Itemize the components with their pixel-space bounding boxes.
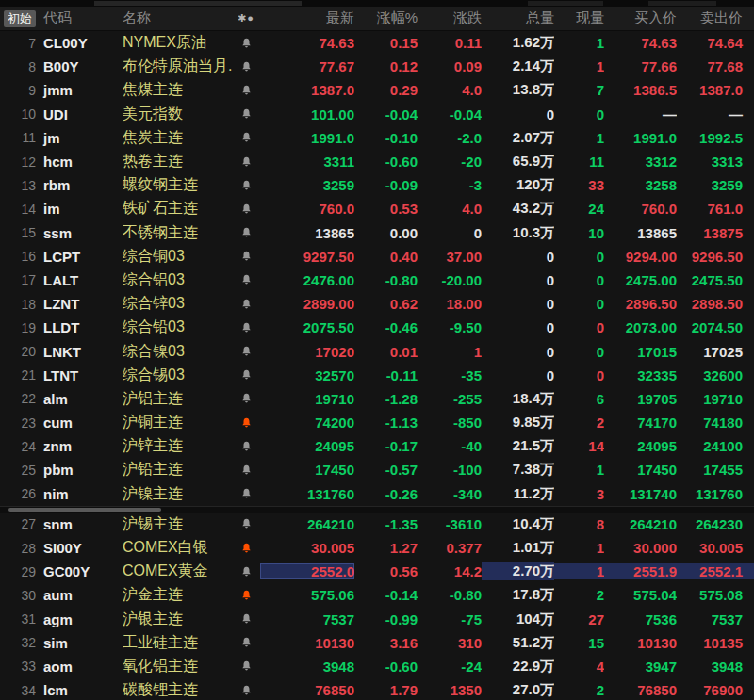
table-row[interactable]: 21 LTNT 综合锡03 32570 -0.11 -35 0 0 32335 … xyxy=(0,364,754,387)
symbol-name: 沪锡主连 xyxy=(123,514,232,534)
latest-price: 131760 xyxy=(260,486,354,502)
table-row[interactable]: 16 LCPT 综合铜03 9297.50 0.40 37.00 0 0 929… xyxy=(0,245,754,269)
col-header-current-volume[interactable]: 现量 xyxy=(554,9,604,27)
table-row[interactable]: 7 CL00Y NYMEX原油 74.63 0.15 0.11 1.62万 1 … xyxy=(0,31,754,55)
alert-bell-icon[interactable] xyxy=(232,84,260,97)
alert-bell-icon[interactable] xyxy=(232,684,260,697)
bid-price: 1991.0 xyxy=(604,130,677,146)
table-row[interactable]: 34 lcm 碳酸锂主连 76850 1.79 1350 27.0万 2 768… xyxy=(0,678,754,700)
current-volume: 1 xyxy=(554,130,604,146)
table-row[interactable]: 23 cum 沪铜主连 74200 -1.13 -850 9.85万 2 741… xyxy=(0,411,754,434)
alert-bell-icon[interactable] xyxy=(232,636,260,649)
col-header-alert[interactable]: ✱● xyxy=(232,12,260,24)
table-row[interactable]: 28 SI00Y COMEX白银 30.005 1.27 0.377 1.01万… xyxy=(0,536,754,560)
symbol-name: 焦炭主连 xyxy=(123,128,232,148)
col-header-change-percent[interactable]: 涨幅% xyxy=(354,9,418,27)
col-header-change[interactable]: 涨跌 xyxy=(418,9,482,27)
alert-bell-icon[interactable] xyxy=(232,60,260,73)
alert-bell-icon[interactable] xyxy=(232,392,260,405)
table-row[interactable]: 8 B00Y 布伦特原油当月... 77.67 0.12 0.09 2.14万 … xyxy=(0,55,754,78)
table-row[interactable]: 10 UDI 美元指数 101.00 -0.04 -0.04 0 0 — — xyxy=(0,103,754,126)
table-row[interactable]: 25 pbm 沪铅主连 17450 -0.57 -100 7.38万 1 174… xyxy=(0,458,754,481)
alert-bell-icon[interactable] xyxy=(232,179,260,192)
table-row[interactable]: 32 sim 工业硅主连 10130 3.16 310 51.2万 15 101… xyxy=(0,631,754,655)
table-row[interactable]: 27 snm 沪锡主连 264210 -1.35 -3610 10.4万 8 2… xyxy=(0,513,754,536)
col-header-total-volume[interactable]: 总量 xyxy=(482,9,554,27)
table-row[interactable]: 17 LALT 综合铝03 2476.00 -0.80 -20.00 0 0 2… xyxy=(0,269,754,292)
change-value: -2.0 xyxy=(418,130,482,146)
symbol-code: pbm xyxy=(36,462,123,478)
table-row[interactable]: 9 jmm 焦煤主连 1387.0 0.29 4.0 13.8万 7 1386.… xyxy=(0,78,754,102)
total-volume: 65.9万 xyxy=(482,153,554,171)
table-row[interactable]: 22 alm 沪铝主连 19710 -1.28 -255 18.4万 6 197… xyxy=(0,387,754,411)
table-row[interactable]: 12 hcm 热卷主连 3311 -0.60 -20 65.9万 11 3312… xyxy=(0,150,754,173)
current-volume: 6 xyxy=(554,391,604,407)
horizontal-scrollbar-thumb[interactable] xyxy=(8,508,161,512)
latest-price: 575.06 xyxy=(260,587,354,603)
row-number: 13 xyxy=(0,178,36,193)
alert-bell-icon[interactable] xyxy=(232,131,260,144)
current-volume: 8 xyxy=(554,516,604,532)
alert-bell-icon[interactable] xyxy=(232,416,260,430)
row-number: 33 xyxy=(0,659,36,674)
ask-price: 2074.50 xyxy=(677,319,754,335)
alert-bell-icon[interactable] xyxy=(232,321,260,334)
symbol-code: ssm xyxy=(36,225,123,241)
bid-price: 575.04 xyxy=(604,587,677,603)
col-header-code[interactable]: 代码 xyxy=(36,9,123,27)
alert-bell-icon[interactable] xyxy=(232,565,260,578)
table-row[interactable]: 15 ssm 不锈钢主连 13865 0.00 0 10.3万 10 13865… xyxy=(0,221,754,245)
alert-bell-icon[interactable] xyxy=(232,203,260,216)
alert-bell-icon[interactable] xyxy=(232,464,260,477)
bid-price: 1386.5 xyxy=(604,82,677,98)
table-row[interactable]: 18 LZNT 综合锌03 2899.00 0.62 18.00 0 0 289… xyxy=(0,292,754,316)
alert-bell-icon[interactable] xyxy=(232,155,260,169)
alert-bell-icon[interactable] xyxy=(232,659,260,673)
ask-price: 9296.50 xyxy=(677,249,754,265)
change-percent: -0.04 xyxy=(354,106,418,122)
table-row[interactable]: 29 GC00Y COMEX黄金 2552.0 0.56 14.2 2.70万 … xyxy=(0,560,754,583)
table-row[interactable]: 31 agm 沪银主连 7537 -0.99 -75 104万 27 7536 … xyxy=(0,608,754,631)
col-header-name[interactable]: 名称 xyxy=(123,9,232,27)
symbol-name: 铁矿石主连 xyxy=(123,199,232,219)
col-header-bid-price[interactable]: 买入价 xyxy=(604,9,677,27)
alert-bell-icon[interactable] xyxy=(232,298,260,311)
alert-bell-icon[interactable] xyxy=(232,226,260,239)
total-volume: 21.5万 xyxy=(482,437,554,455)
current-volume: 10 xyxy=(554,225,604,241)
change-value: -40 xyxy=(418,438,482,454)
table-row[interactable]: 11 jm 焦炭主连 1991.0 -0.10 -2.0 2.07万 1 199… xyxy=(0,126,754,150)
current-volume: 24 xyxy=(554,201,604,217)
ask-price: 76900 xyxy=(677,682,754,698)
table-row[interactable]: 20 LNKT 综合镍03 17020 0.01 1 0 0 17015 170… xyxy=(0,339,754,363)
table-row[interactable]: 13 rbm 螺纹钢主连 3259 -0.09 -3 120万 33 3258 … xyxy=(0,173,754,197)
alert-bell-icon[interactable] xyxy=(232,273,260,286)
col-header-ask-price[interactable]: 卖出价 xyxy=(677,9,754,27)
change-value: 0.377 xyxy=(418,540,482,556)
alert-bell-icon[interactable] xyxy=(232,37,260,50)
alert-bell-icon[interactable] xyxy=(232,250,260,263)
table-row[interactable]: 24 znm 沪锌主连 24095 -0.17 -40 21.5万 14 240… xyxy=(0,434,754,458)
table-row[interactable]: 33 aom 氧化铝主连 3948 -0.60 -24 22.9万 4 3947… xyxy=(0,655,754,678)
alert-bell-icon[interactable] xyxy=(232,517,260,530)
table-row[interactable]: 26 nim 沪镍主连 131760 -0.26 -340 11.2万 3 13… xyxy=(0,482,754,506)
top-strip-segment xyxy=(94,1,302,6)
alert-bell-icon[interactable] xyxy=(232,440,260,453)
bid-price: 3258 xyxy=(604,177,677,193)
table-row[interactable]: 14 im 铁矿石主连 760.0 0.53 4.0 43.2万 24 760.… xyxy=(0,197,754,220)
change-value: 0.11 xyxy=(418,35,482,51)
current-volume: 7 xyxy=(554,82,604,98)
alert-bell-icon[interactable] xyxy=(232,345,260,358)
table-row[interactable]: 19 LLDT 综合铅03 2075.50 -0.46 -9.50 0 0 20… xyxy=(0,316,754,339)
alert-bell-icon[interactable] xyxy=(232,107,260,121)
col-header-latest[interactable]: 最新 xyxy=(260,9,354,27)
initial-view-badge[interactable]: 初始 xyxy=(4,10,36,27)
alert-bell-icon[interactable] xyxy=(232,612,260,626)
ask-price: 3313 xyxy=(677,154,754,170)
change-percent: -0.46 xyxy=(354,319,418,335)
alert-bell-icon[interactable] xyxy=(232,487,260,500)
alert-bell-icon[interactable] xyxy=(232,542,260,555)
alert-bell-icon[interactable] xyxy=(232,589,260,602)
alert-bell-icon[interactable] xyxy=(232,368,260,382)
table-row[interactable]: 30 aum 沪金主连 575.06 -0.14 -0.80 17.8万 2 5… xyxy=(0,583,754,607)
